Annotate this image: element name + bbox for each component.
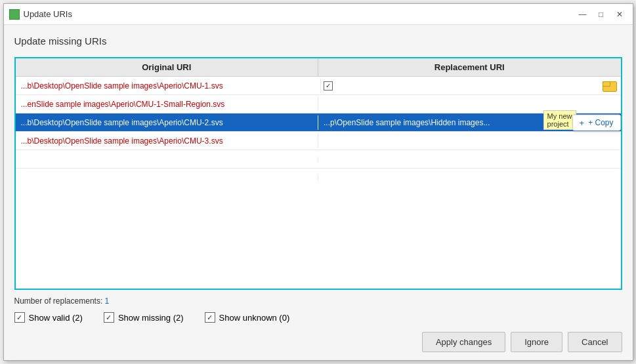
table-header: Original URI Replacement URI [16,58,621,77]
filter-checkboxes: Show valid (2) Show missing (2) Show unk… [14,312,622,323]
app-icon [9,9,20,20]
show-missing-box[interactable] [104,312,114,323]
cancel-button[interactable]: Cancel [568,332,622,352]
copy-button[interactable]: + + Copy [572,114,621,131]
replacement-uri-cell[interactable] [321,79,621,93]
original-uri-cell [16,157,319,162]
main-window: Update URIs — □ ✕ Update missing URIs Or… [3,3,633,361]
original-uri-cell: ...b\Desktop\OpenSlide sample images\Ape… [16,79,322,93]
dialog-title: Update missing URIs [14,35,622,47]
replacement-uri-cell [318,138,621,144]
button-bar: Apply changes Ignore Cancel [14,329,622,352]
show-valid-checkbox[interactable]: Show valid (2) [14,312,83,323]
project-tooltip: My newproject [543,110,576,130]
replacement-uri-cell: ...p\OpenSlide sample images\Hidden imag… [318,115,621,130]
show-unknown-box[interactable] [205,312,215,323]
ignore-button[interactable]: Ignore [511,332,562,352]
copy-plus-icon: + [580,117,585,127]
col-header-original: Original URI [16,58,319,76]
table-row: ...b\Desktop\OpenSlide sample images\Ape… [16,132,621,150]
titlebar: Update URIs — □ ✕ [4,4,633,25]
apply-changes-button[interactable]: Apply changes [422,332,505,352]
replacement-uri-cell [318,157,621,162]
original-uri-cell: ...b\Desktop\OpenSlide sample images\Ape… [16,115,319,130]
dialog-content: Update missing URIs Original URI Replace… [4,25,633,360]
close-button[interactable]: ✕ [612,8,627,21]
replacements-count: 1 [105,296,110,306]
show-unknown-label: Show unknown (0) [219,313,290,323]
uri-table: Original URI Replacement URI ...b\Deskto… [14,57,622,290]
show-unknown-checkbox[interactable]: Show unknown (0) [205,312,290,323]
table-row [16,169,621,187]
row1-checkbox[interactable] [324,81,333,91]
show-valid-label: Show valid (2) [29,313,83,323]
col-header-replacement: Replacement URI [318,58,621,76]
original-uri-cell: ...b\Desktop\OpenSlide sample images\Ape… [16,134,319,148]
table-row: ...b\Desktop\OpenSlide sample images\Ape… [16,77,621,95]
table-body: ...b\Desktop\OpenSlide sample images\Ape… [16,77,621,289]
table-row [16,150,621,169]
maximize-button[interactable]: □ [593,8,609,21]
replacement-uri-cell [318,102,621,107]
status-bar: Number of replacements: 1 [14,296,622,306]
table-row[interactable]: ...b\Desktop\OpenSlide sample images\Ape… [16,113,621,132]
minimize-button[interactable]: — [575,8,591,21]
window-title: Update URIs [24,9,575,19]
window-controls: — □ ✕ [575,8,627,21]
folder-button[interactable] [603,80,618,92]
show-missing-checkbox[interactable]: Show missing (2) [104,312,184,323]
original-uri-cell [16,175,319,180]
replacement-uri-cell [318,175,621,180]
original-uri-cell: ...enSlide sample images\Aperio\CMU-1-Sm… [16,97,319,111]
status-label: Number of replacements: [14,296,105,306]
show-valid-box[interactable] [14,312,25,323]
copy-label: + Copy [588,118,613,127]
table-row: ...enSlide sample images\Aperio\CMU-1-Sm… [16,95,621,113]
show-missing-label: Show missing (2) [118,313,184,323]
